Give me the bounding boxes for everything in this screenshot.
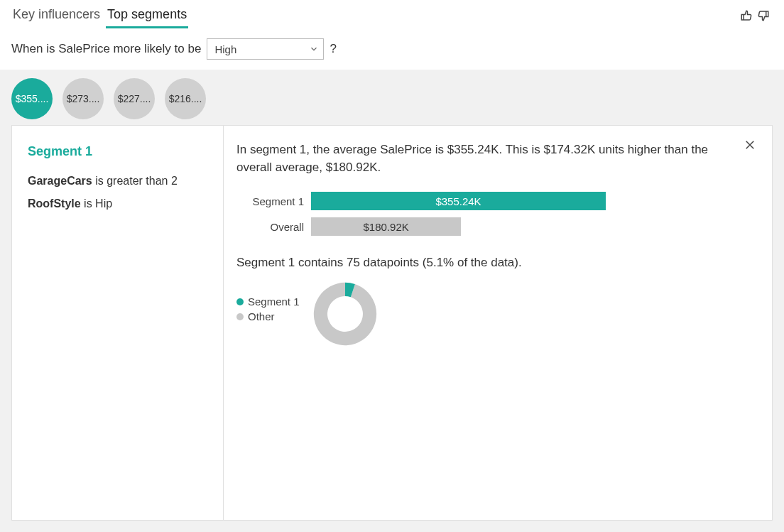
legend-item-segment: Segment 1: [236, 295, 300, 308]
bar-value: $180.92K: [364, 221, 409, 233]
condition-field: GarageCars: [28, 175, 92, 187]
condition-field: RoofStyle: [28, 197, 81, 210]
legend-item-other: Other: [236, 310, 300, 322]
bar-row-segment: Segment 1 $355.24K: [236, 192, 729, 210]
thumbs-up-icon[interactable]: [740, 9, 753, 24]
donut-chart: [311, 280, 379, 350]
feedback-controls: [740, 9, 770, 24]
condition-rest: is greater than 2: [92, 175, 178, 187]
key-influencers-visual: Key influencers Top segments When is Sal…: [0, 0, 784, 532]
bar-track: $355.24K: [311, 192, 606, 210]
segment-condition: RoofStyle is Hip: [28, 197, 207, 210]
segment-bubble-1[interactable]: $355....: [11, 78, 53, 119]
condition-rest: is Hip: [81, 197, 112, 210]
bar-track: $180.92K: [311, 217, 606, 236]
segment-summary-panel: In segment 1, the average SalePrice is $…: [224, 126, 772, 520]
segment-bubble-2[interactable]: $273....: [62, 78, 104, 119]
tab-key-influencers[interactable]: Key influencers: [11, 4, 102, 28]
question-suffix: ?: [330, 42, 336, 56]
legend-dot-icon: [236, 313, 244, 320]
segment-detail-card: Segment 1 GarageCars is greater than 2 R…: [11, 125, 773, 521]
header-row: Key influencers Top segments: [0, 0, 784, 28]
close-button[interactable]: [744, 139, 756, 153]
question-prefix: When is SalePrice more likely to be: [11, 42, 201, 56]
bar-label: Overall: [236, 221, 304, 233]
question-row: When is SalePrice more likely to be High…: [0, 28, 784, 70]
donut-block: Segment 1 Other: [236, 280, 729, 350]
legend-label: Segment 1: [248, 295, 300, 308]
segment-condition: GarageCars is greater than 2: [28, 175, 207, 188]
summary-sentence: In segment 1, the average SalePrice is $…: [236, 141, 729, 176]
select-value: High: [214, 43, 236, 55]
legend-label: Other: [248, 310, 275, 322]
tab-bar: Key influencers Top segments: [11, 4, 188, 28]
segments-strip: $355.... $273.... $227.... $216....: [0, 70, 784, 125]
bar-row-overall: Overall $180.92K: [236, 217, 729, 236]
target-value-select[interactable]: High: [207, 38, 324, 60]
datapoints-sentence: Segment 1 contains 75 datapoints (5.1% o…: [236, 256, 729, 270]
tab-top-segments[interactable]: Top segments: [106, 4, 188, 28]
donut-legend: Segment 1 Other: [236, 280, 300, 325]
segment-conditions-panel: Segment 1 GarageCars is greater than 2 R…: [12, 126, 224, 520]
bar-fill-segment: $355.24K: [311, 192, 606, 210]
chevron-down-icon: [309, 44, 319, 54]
segment-bubble-3[interactable]: $227....: [114, 78, 155, 119]
segment-title: Segment 1: [28, 144, 207, 159]
legend-dot-icon: [236, 298, 244, 305]
thumbs-down-icon[interactable]: [757, 9, 770, 24]
close-icon: [744, 139, 756, 151]
bar-value: $355.24K: [435, 195, 481, 207]
segment-bubble-4[interactable]: $216....: [165, 78, 206, 119]
bar-label: Segment 1: [236, 195, 304, 207]
comparison-bar-chart: Segment 1 $355.24K Overall $180.92K: [236, 192, 729, 236]
detail-area: Segment 1 GarageCars is greater than 2 R…: [0, 125, 784, 532]
bar-fill-overall: $180.92K: [311, 217, 461, 236]
